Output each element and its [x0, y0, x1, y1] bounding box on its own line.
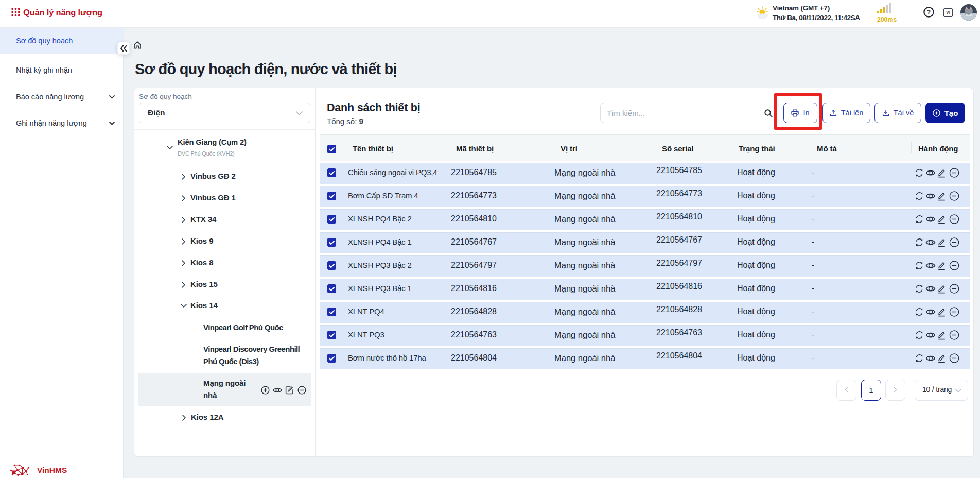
svg-text:?: ?	[927, 9, 931, 16]
